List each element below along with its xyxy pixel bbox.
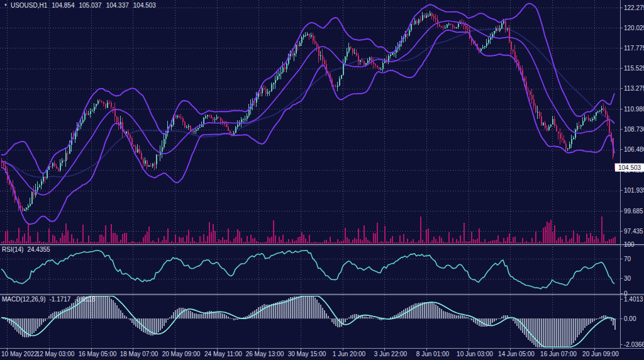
- chart-canvas[interactable]: 122.275120.025117.775115.525113.275110.9…: [0, 0, 644, 360]
- current-price-tag: 104.503: [615, 164, 644, 172]
- price-tick-label: 120.025: [624, 25, 644, 31]
- time-axis-label: 1 Jun 20:00: [333, 351, 366, 357]
- price-tick-label: 99.685: [624, 208, 643, 215]
- price-tick-label: 113.275: [624, 85, 644, 92]
- price-tick-label: 110.980: [624, 106, 644, 113]
- time-axis-label: 8 Jun 01:00: [416, 351, 450, 357]
- time-axis-label: 10 Jun 03:00: [457, 351, 493, 357]
- price-tick-label: 106.480: [624, 146, 644, 153]
- time-axis-label: 10 May 2022: [1, 351, 38, 357]
- time-axis-label: 24 May 11:00: [204, 351, 242, 357]
- time-axis-label: 26 May 13:00: [246, 351, 284, 357]
- time-axis-label: 20 Jun 09:00: [582, 351, 619, 357]
- price-tick-label: 97.435: [624, 228, 643, 235]
- rsi-tick-label: 30: [624, 275, 631, 282]
- current-price-label: 104.503: [618, 164, 641, 171]
- time-axis-label: 30 May 15:00: [288, 351, 326, 357]
- macd-tick-label: 1.4013: [624, 296, 643, 303]
- macd-tick-label: -2.0366: [624, 341, 644, 348]
- symbol-menu-icon[interactable]: ▼: [4, 1, 8, 9]
- price-tick-label: 108.730: [624, 126, 644, 133]
- macd-tick-label: 0.00: [624, 315, 636, 322]
- time-axis-label: 14 Jun 05:00: [498, 351, 535, 357]
- rsi-tick-label: 100: [624, 241, 635, 248]
- time-axis-label: 18 May 07:00: [120, 351, 158, 357]
- time-axis-label: 12 May 03:00: [36, 351, 75, 357]
- rsi-tick-label: 70: [624, 256, 631, 262]
- time-axis-label: 3 Jun 22:00: [374, 351, 408, 357]
- price-tick-label: 117.775: [624, 45, 644, 52]
- time-axis-label: 16 Jun 07:00: [540, 351, 577, 357]
- price-tick-label: 122.275: [624, 4, 644, 11]
- time-axis-label: 16 May 05:00: [79, 351, 117, 357]
- time-axis-label: 20 May 09:00: [162, 351, 201, 357]
- trading-chart-window: 122.275120.025117.775115.525113.275110.9…: [0, 0, 644, 360]
- price-tick-label: 101.935: [624, 187, 644, 194]
- price-tick-label: 115.525: [624, 65, 644, 72]
